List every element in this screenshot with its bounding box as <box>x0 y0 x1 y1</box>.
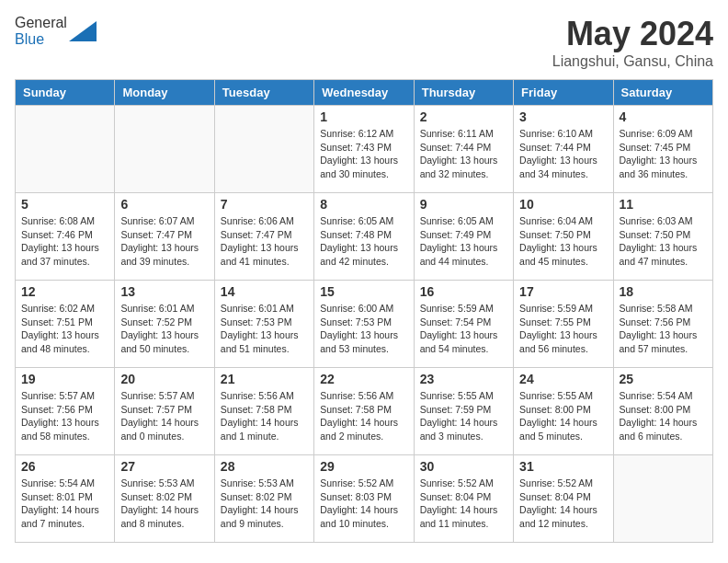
day-info: Sunrise: 5:56 AM Sunset: 7:58 PM Dayligh… <box>320 389 407 443</box>
day-info: Sunrise: 6:01 AM Sunset: 7:52 PM Dayligh… <box>120 302 208 356</box>
calendar-day-cell: 24Sunrise: 5:55 AM Sunset: 8:00 PM Dayli… <box>514 368 613 455</box>
day-info: Sunrise: 5:54 AM Sunset: 8:00 PM Dayligh… <box>620 389 707 443</box>
day-number: 6 <box>120 197 208 212</box>
day-number: 13 <box>120 284 208 299</box>
logo: General Blue <box>15 15 97 48</box>
title-block: May 2024 Liangshui, Gansu, China <box>552 15 713 70</box>
calendar-day-cell: 31Sunrise: 5:52 AM Sunset: 8:04 PM Dayli… <box>514 455 613 543</box>
day-info: Sunrise: 5:59 AM Sunset: 7:55 PM Dayligh… <box>519 302 607 356</box>
day-info: Sunrise: 5:55 AM Sunset: 7:59 PM Dayligh… <box>420 389 507 443</box>
calendar-day-cell: 28Sunrise: 5:53 AM Sunset: 8:02 PM Dayli… <box>214 455 313 543</box>
calendar-col-header: Friday <box>514 80 613 106</box>
day-info: Sunrise: 5:52 AM Sunset: 8:03 PM Dayligh… <box>320 477 407 531</box>
calendar-day-cell <box>214 106 313 193</box>
calendar-day-cell: 16Sunrise: 5:59 AM Sunset: 7:54 PM Dayli… <box>414 281 513 368</box>
calendar-day-cell: 17Sunrise: 5:59 AM Sunset: 7:55 PM Dayli… <box>514 281 613 368</box>
calendar-day-cell <box>16 106 115 193</box>
day-info: Sunrise: 6:01 AM Sunset: 7:53 PM Dayligh… <box>221 302 308 356</box>
calendar-day-cell: 25Sunrise: 5:54 AM Sunset: 8:00 PM Dayli… <box>613 368 712 455</box>
calendar-day-cell: 9Sunrise: 6:05 AM Sunset: 7:49 PM Daylig… <box>414 193 513 281</box>
day-number: 29 <box>320 459 407 474</box>
day-number: 22 <box>320 372 407 386</box>
calendar-day-cell: 23Sunrise: 5:55 AM Sunset: 7:59 PM Dayli… <box>414 368 513 455</box>
calendar-day-cell: 27Sunrise: 5:53 AM Sunset: 8:02 PM Dayli… <box>115 455 214 543</box>
day-number: 28 <box>221 459 308 474</box>
logo-general: General <box>15 15 67 30</box>
day-number: 9 <box>420 197 507 212</box>
calendar-day-cell: 18Sunrise: 5:58 AM Sunset: 7:56 PM Dayli… <box>613 281 712 368</box>
day-number: 17 <box>519 284 607 299</box>
day-info: Sunrise: 6:09 AM Sunset: 7:45 PM Dayligh… <box>620 127 707 181</box>
day-info: Sunrise: 5:54 AM Sunset: 8:01 PM Dayligh… <box>21 477 108 531</box>
calendar-week-row: 1Sunrise: 6:12 AM Sunset: 7:43 PM Daylig… <box>16 106 713 193</box>
day-number: 3 <box>519 109 607 124</box>
calendar-day-cell: 19Sunrise: 5:57 AM Sunset: 7:56 PM Dayli… <box>16 368 115 455</box>
day-info: Sunrise: 6:07 AM Sunset: 7:47 PM Dayligh… <box>120 214 208 269</box>
calendar-day-cell: 14Sunrise: 6:01 AM Sunset: 7:53 PM Dayli… <box>214 281 313 368</box>
day-info: Sunrise: 6:02 AM Sunset: 7:51 PM Dayligh… <box>21 302 108 356</box>
month-year-title: May 2024 <box>552 15 713 53</box>
day-number: 12 <box>21 284 108 299</box>
day-info: Sunrise: 5:57 AM Sunset: 7:56 PM Dayligh… <box>21 389 108 443</box>
day-info: Sunrise: 6:11 AM Sunset: 7:44 PM Dayligh… <box>420 127 507 181</box>
day-number: 5 <box>21 197 108 212</box>
day-info: Sunrise: 6:05 AM Sunset: 7:48 PM Dayligh… <box>320 214 407 269</box>
calendar-day-cell: 12Sunrise: 6:02 AM Sunset: 7:51 PM Dayli… <box>16 281 115 368</box>
calendar-day-cell: 13Sunrise: 6:01 AM Sunset: 7:52 PM Dayli… <box>115 281 214 368</box>
day-number: 18 <box>620 284 707 299</box>
calendar-day-cell: 10Sunrise: 6:04 AM Sunset: 7:50 PM Dayli… <box>514 193 613 281</box>
calendar-day-cell: 5Sunrise: 6:08 AM Sunset: 7:46 PM Daylig… <box>16 193 115 281</box>
calendar-day-cell: 2Sunrise: 6:11 AM Sunset: 7:44 PM Daylig… <box>414 106 513 193</box>
day-number: 25 <box>620 372 707 386</box>
svg-marker-0 <box>69 21 97 41</box>
day-info: Sunrise: 6:06 AM Sunset: 7:47 PM Dayligh… <box>221 214 308 269</box>
day-number: 16 <box>420 284 507 299</box>
day-info: Sunrise: 5:52 AM Sunset: 8:04 PM Dayligh… <box>420 477 507 531</box>
day-number: 2 <box>420 109 507 124</box>
day-info: Sunrise: 6:00 AM Sunset: 7:53 PM Dayligh… <box>320 302 407 356</box>
day-info: Sunrise: 5:57 AM Sunset: 7:57 PM Dayligh… <box>120 389 208 443</box>
day-number: 11 <box>620 197 707 212</box>
day-number: 23 <box>420 372 507 386</box>
day-info: Sunrise: 6:05 AM Sunset: 7:49 PM Dayligh… <box>420 214 507 269</box>
calendar-day-cell: 6Sunrise: 6:07 AM Sunset: 7:47 PM Daylig… <box>115 193 214 281</box>
day-number: 7 <box>221 197 308 212</box>
day-number: 27 <box>120 459 208 474</box>
day-info: Sunrise: 5:52 AM Sunset: 8:04 PM Dayligh… <box>519 477 607 531</box>
calendar-day-cell: 8Sunrise: 6:05 AM Sunset: 7:48 PM Daylig… <box>314 193 414 281</box>
day-number: 26 <box>21 459 108 474</box>
day-number: 8 <box>320 197 407 212</box>
day-number: 15 <box>320 284 407 299</box>
day-info: Sunrise: 5:55 AM Sunset: 8:00 PM Dayligh… <box>519 389 607 443</box>
calendar-col-header: Thursday <box>414 80 513 106</box>
calendar-col-header: Monday <box>115 80 214 106</box>
day-number: 14 <box>221 284 308 299</box>
calendar-day-cell: 20Sunrise: 5:57 AM Sunset: 7:57 PM Dayli… <box>115 368 214 455</box>
day-info: Sunrise: 5:53 AM Sunset: 8:02 PM Dayligh… <box>120 477 208 531</box>
calendar-day-cell: 30Sunrise: 5:52 AM Sunset: 8:04 PM Dayli… <box>414 455 513 543</box>
day-number: 4 <box>620 109 707 124</box>
calendar-day-cell: 15Sunrise: 6:00 AM Sunset: 7:53 PM Dayli… <box>314 281 414 368</box>
calendar-table: SundayMondayTuesdayWednesdayThursdayFrid… <box>15 79 713 543</box>
day-info: Sunrise: 6:10 AM Sunset: 7:44 PM Dayligh… <box>519 127 607 181</box>
logo-text: General Blue <box>15 15 67 48</box>
day-info: Sunrise: 6:04 AM Sunset: 7:50 PM Dayligh… <box>519 214 607 269</box>
day-number: 1 <box>320 109 407 124</box>
day-info: Sunrise: 5:53 AM Sunset: 8:02 PM Dayligh… <box>221 477 308 531</box>
day-number: 30 <box>420 459 507 474</box>
calendar-day-cell: 29Sunrise: 5:52 AM Sunset: 8:03 PM Dayli… <box>314 455 414 543</box>
calendar-col-header: Wednesday <box>314 80 414 106</box>
calendar-day-cell: 1Sunrise: 6:12 AM Sunset: 7:43 PM Daylig… <box>314 106 414 193</box>
day-number: 10 <box>519 197 607 212</box>
calendar-day-cell: 3Sunrise: 6:10 AM Sunset: 7:44 PM Daylig… <box>514 106 613 193</box>
day-info: Sunrise: 6:08 AM Sunset: 7:46 PM Dayligh… <box>21 214 108 269</box>
day-number: 20 <box>120 372 208 386</box>
day-number: 21 <box>221 372 308 386</box>
day-number: 24 <box>519 372 607 386</box>
day-info: Sunrise: 6:03 AM Sunset: 7:50 PM Dayligh… <box>620 214 707 269</box>
calendar-week-row: 19Sunrise: 5:57 AM Sunset: 7:56 PM Dayli… <box>16 368 713 455</box>
page-header: General Blue May 2024 Liangshui, Gansu, … <box>15 15 713 70</box>
calendar-day-cell: 11Sunrise: 6:03 AM Sunset: 7:50 PM Dayli… <box>613 193 712 281</box>
calendar-day-cell <box>115 106 214 193</box>
calendar-week-row: 5Sunrise: 6:08 AM Sunset: 7:46 PM Daylig… <box>16 193 713 281</box>
